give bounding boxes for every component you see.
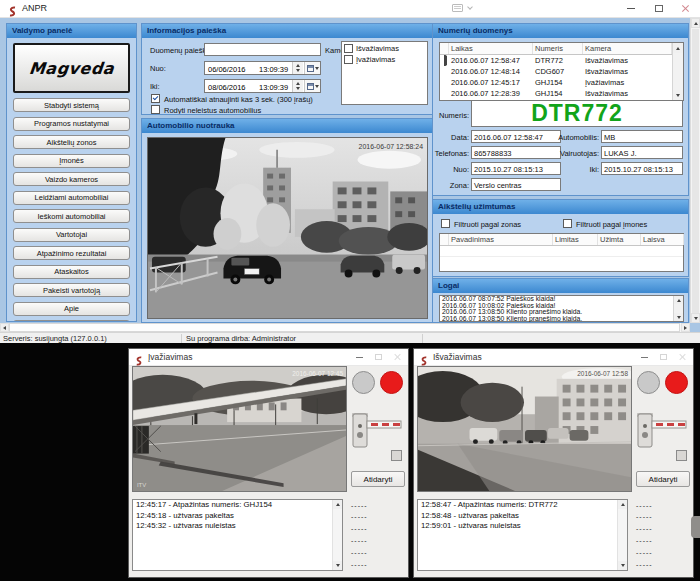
open-barrier-button[interactable]: Atidaryti bbox=[351, 471, 405, 487]
log-scrollbar[interactable] bbox=[673, 296, 683, 321]
close-button[interactable] bbox=[673, 349, 691, 365]
entry-log-scrollbar[interactable] bbox=[332, 500, 342, 570]
sidebar-button-parking-zones[interactable]: Aikštelių zonos bbox=[13, 135, 130, 149]
plate-table-header[interactable]: Laikas Numeris Kamera bbox=[440, 43, 683, 55]
minimize-button[interactable] bbox=[350, 349, 368, 365]
plate-table-scrollbar[interactable] bbox=[672, 43, 683, 100]
col-taken[interactable]: Užimta bbox=[598, 234, 641, 245]
col-name[interactable]: Pavadinimas bbox=[449, 234, 553, 245]
col-free[interactable]: Laisva bbox=[641, 234, 684, 245]
maximize-button[interactable] bbox=[654, 349, 672, 365]
valid-to-value[interactable]: 2015.10.27 08:15:13 bbox=[601, 162, 683, 175]
plate-table[interactable]: Laikas Numeris Kamera 2016.06.07 12:58:4… bbox=[439, 42, 684, 101]
arrow-down-icon bbox=[336, 564, 340, 567]
scroll-up-button[interactable] bbox=[333, 500, 342, 509]
phone-value[interactable]: 865788833 bbox=[471, 146, 561, 159]
sidebar-button-stop-system[interactable]: Stabdyti sistemą bbox=[13, 98, 130, 112]
from-datetime-picker[interactable]: 06/06/2016 13:09:39 bbox=[204, 61, 321, 75]
placeholder-dashes: ----- bbox=[351, 549, 368, 556]
minimize-button[interactable] bbox=[635, 349, 653, 365]
scroll-down-button[interactable] bbox=[691, 313, 700, 323]
scroll-down-button[interactable] bbox=[673, 90, 683, 100]
checkbox-exit[interactable] bbox=[344, 44, 353, 53]
maximize-button[interactable] bbox=[369, 349, 387, 365]
calendar-dropdown-icon bbox=[315, 67, 319, 70]
camera-option-entry[interactable]: Įvažiavimas bbox=[342, 53, 427, 64]
main-titlebar[interactable]: ANPR bbox=[0, 0, 700, 18]
scroll-right-button[interactable] bbox=[681, 323, 690, 332]
table-row[interactable]: 2016.06.07 12:45:17 GHJ154 Įvažiavimas bbox=[440, 77, 683, 88]
barrier-checkbox[interactable] bbox=[676, 450, 687, 461]
table-row[interactable]: 2016.06.07 12:48:14 CDG607 Išvažiavimas bbox=[440, 66, 683, 77]
cell-time: 2016.06.07 12:48:14 bbox=[449, 66, 533, 77]
table-row[interactable]: 2016.06.07 12:58:47 DTR772 Išvažiavimas bbox=[440, 55, 683, 66]
sidebar-button-reports[interactable]: Ataskaitos bbox=[13, 265, 130, 279]
sidebar-button-partial[interactable] bbox=[13, 320, 130, 322]
scroll-down-button[interactable] bbox=[618, 561, 627, 570]
scrollbar-thumb[interactable] bbox=[9, 323, 680, 332]
traffic-light-red bbox=[380, 371, 403, 394]
exit-log-scrollbar[interactable] bbox=[617, 500, 627, 570]
sidebar-button-settings[interactable]: Programos nustatymai bbox=[13, 117, 130, 131]
col-limit[interactable]: Limitas bbox=[553, 234, 598, 245]
main-vertical-scrollbar[interactable] bbox=[690, 18, 700, 323]
table-row[interactable]: 2016.06.07 12:28:39 GHJ154 Išvažiavimas bbox=[440, 88, 683, 99]
car-value[interactable]: MB bbox=[601, 130, 683, 143]
entry-event-log[interactable]: 12:45:17 - Atpažintas numeris: GHJ154 12… bbox=[132, 499, 343, 571]
from-calendar-button[interactable] bbox=[304, 62, 320, 74]
sidebar-button-change-user[interactable]: Pakeisti vartotoją bbox=[13, 283, 130, 297]
from-time-stepper[interactable] bbox=[292, 62, 303, 74]
scroll-up-button[interactable] bbox=[673, 43, 683, 53]
exit-event-log[interactable]: 12:58:47 - Atpažintas numeris: DTR772 12… bbox=[417, 499, 628, 571]
checkbox-entry[interactable] bbox=[344, 55, 353, 64]
data-value[interactable]: 2016.06.07 12:58:47 bbox=[471, 130, 561, 143]
barrier-checkbox[interactable] bbox=[391, 450, 402, 461]
auto-refresh-checkbox[interactable] bbox=[151, 94, 160, 103]
sidebar-button-recognition-results[interactable]: Atpažinimo rezultatai bbox=[13, 246, 130, 260]
sidebar-button-allowed-cars[interactable]: Leidžiami automobiliai bbox=[13, 191, 130, 205]
to-datetime-picker[interactable]: 08/06/2016 13:09:39 bbox=[204, 79, 321, 93]
col-plate[interactable]: Numeris bbox=[533, 43, 583, 54]
sidebar-button-companies[interactable]: Įmonės bbox=[13, 154, 130, 168]
filter-companies-checkbox[interactable] bbox=[563, 219, 572, 228]
occupancy-table[interactable]: Pavadinimas Limitas Užimta Laisva bbox=[439, 233, 684, 272]
entry-titlebar[interactable]: Įvažiavimas bbox=[129, 349, 408, 366]
scroll-left-button[interactable] bbox=[0, 323, 9, 332]
barrier-icon bbox=[634, 411, 688, 451]
open-barrier-button[interactable]: Atidaryti bbox=[636, 471, 690, 487]
close-button[interactable] bbox=[672, 0, 698, 17]
scroll-down-button[interactable] bbox=[674, 313, 683, 321]
search-input[interactable] bbox=[204, 43, 321, 56]
to-time-stepper[interactable] bbox=[292, 80, 303, 92]
scroll-up-button[interactable] bbox=[691, 18, 700, 28]
minimize-button[interactable] bbox=[618, 0, 644, 17]
log-listbox[interactable]: 2016.06.07 08:07:52 Paieškos klaida! 201… bbox=[439, 295, 684, 322]
occupancy-table-header[interactable]: Pavadinimas Limitas Užimta Laisva bbox=[440, 234, 683, 246]
filter-zones-checkbox[interactable] bbox=[441, 219, 450, 228]
scrollbar-thumb[interactable] bbox=[692, 29, 699, 319]
valid-from-value[interactable]: 2015.10.27 08:15:13 bbox=[471, 162, 561, 175]
maximize-button[interactable] bbox=[646, 0, 672, 17]
camera-filter-listbox[interactable]: Išvažiavimas Įvažiavimas bbox=[341, 41, 428, 105]
show-denied-checkbox[interactable] bbox=[151, 105, 160, 114]
exit-titlebar[interactable]: Išvažiavimas bbox=[414, 349, 693, 366]
traffic-light-off bbox=[637, 371, 660, 394]
sidebar-button-users[interactable]: Vartotojai bbox=[13, 228, 130, 242]
scroll-up-button[interactable] bbox=[618, 500, 627, 509]
placeholder-dashes: ----- bbox=[351, 537, 368, 544]
sidebar-button-about[interactable]: Apie bbox=[13, 302, 130, 316]
sidebar-button-wanted-cars[interactable]: Ieškomi automobiliai bbox=[13, 209, 130, 223]
main-horizontal-scrollbar[interactable] bbox=[0, 323, 690, 332]
scroll-down-button[interactable] bbox=[333, 561, 342, 570]
sidebar-button-video-cameras[interactable]: Vaizdo kameros bbox=[13, 172, 130, 186]
col-camera[interactable]: Kamera bbox=[583, 43, 672, 54]
to-calendar-button[interactable] bbox=[304, 80, 320, 92]
driver-value[interactable]: LUKAS J. bbox=[601, 146, 683, 159]
cell-plate: GHJ154 bbox=[533, 88, 583, 99]
scroll-up-button[interactable] bbox=[674, 296, 683, 304]
col-time[interactable]: Laikas bbox=[449, 43, 533, 54]
zone-value[interactable]: Verslo centras bbox=[471, 178, 561, 191]
camera-option-exit[interactable]: Išvažiavimas bbox=[342, 42, 427, 53]
valid-from-label: Nuo: bbox=[433, 165, 469, 174]
close-button[interactable] bbox=[388, 349, 406, 365]
